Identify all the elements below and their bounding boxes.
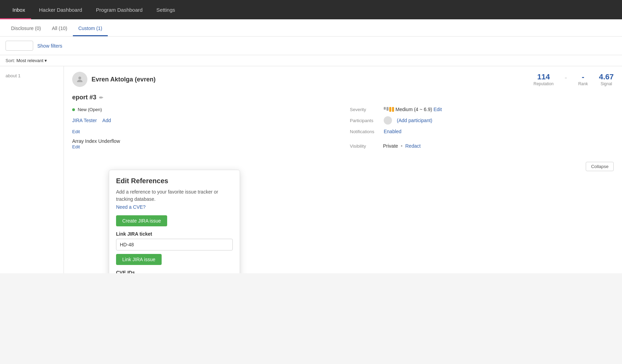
stat-rank: - Rank: [578, 72, 588, 86]
filters-row: Show filters: [0, 37, 622, 55]
status-value: New (Open): [78, 107, 102, 112]
left-sidebar: about 1: [0, 66, 64, 273]
cve-ids-label: CVE IDs: [116, 270, 233, 273]
participants-label: Participants: [350, 118, 381, 123]
add-participant-link[interactable]: (Add participant): [397, 118, 432, 123]
content-area: Evren Aktolga (evren) 114 Reputation - -…: [64, 66, 622, 273]
add-link[interactable]: Add: [102, 118, 111, 123]
user-stats: 114 Reputation - - Rank 4.67 Signal: [534, 72, 614, 86]
severity-edit-link[interactable]: Edit: [433, 107, 442, 112]
create-jira-issue-button[interactable]: Create JIRA issue: [116, 215, 167, 226]
avatar: [72, 72, 87, 87]
severity-detail: Severity Medium (4 ~ 6.9) Edit: [350, 107, 614, 112]
participant-avatar: [384, 116, 392, 125]
report-header: eport #3 ✏: [72, 94, 614, 101]
report-edit-pencil-icon[interactable]: ✏: [99, 95, 103, 100]
stat-reputation: 114 Reputation: [534, 72, 554, 86]
user-name: Evren Aktolga (evren): [92, 76, 155, 83]
popup-description: Add a reference to your favorite issue t…: [116, 188, 233, 203]
link-jira-input[interactable]: [116, 239, 233, 250]
nav-hacker-dashboard[interactable]: Hacker Dashboard: [32, 0, 89, 19]
notifications-label: Notifications: [350, 129, 381, 134]
sidebar-about-text: about 1: [0, 70, 64, 81]
visibility-label: Visibility: [350, 144, 381, 149]
weakness-edit-link[interactable]: Edit: [72, 144, 80, 149]
stat-divider-1: -: [565, 72, 567, 82]
severity-icon: [384, 107, 394, 112]
status-dot-icon: [72, 108, 75, 111]
sort-row: Sort: Most relevant ▾: [0, 55, 622, 66]
assignee-value[interactable]: JIRA Tester: [72, 118, 97, 123]
main-layout: about 1 Evren Aktolga (evren) 114 Reputa…: [0, 66, 622, 273]
tab-custom[interactable]: Custom (1): [73, 26, 108, 36]
stat-signal: 4.67 Signal: [599, 72, 614, 86]
sort-label: Sort:: [6, 58, 15, 63]
severity-badge: Medium (4 ~ 6.9) Edit: [384, 107, 442, 112]
sort-select[interactable]: Most relevant ▾: [16, 58, 47, 63]
popup-overlay: Edit References Add a reference to your …: [109, 170, 240, 273]
status-detail: New (Open): [72, 107, 336, 112]
link-jira-issue-button[interactable]: Link JIRA issue: [116, 254, 162, 265]
severity-label: Severity: [350, 107, 381, 112]
severity-value: Medium (4 ~ 6.9): [395, 107, 432, 112]
sub-tabs: Disclosure (0) All (10) Custom (1): [0, 19, 622, 37]
tab-disclosure[interactable]: Disclosure (0): [6, 26, 46, 36]
visibility-detail: Visibility Private • Redact: [350, 138, 614, 154]
svg-point-0: [78, 77, 81, 79]
bullet-divider: •: [401, 143, 403, 149]
edit-row: Edit: [72, 129, 336, 134]
weakness-detail: Array Index Underflow Edit: [72, 138, 336, 149]
nav-program-dashboard[interactable]: Program Dashboard: [89, 0, 150, 19]
need-cve-link[interactable]: Need a CVE?: [116, 204, 233, 210]
nav-inbox[interactable]: Inbox: [6, 0, 32, 19]
nav-settings[interactable]: Settings: [150, 0, 182, 19]
participants-detail: Participants (Add participant): [350, 116, 614, 125]
details-grid: New (Open) Severity Medium (4 ~ 6.9) Edi…: [72, 107, 614, 154]
tab-all[interactable]: All (10): [46, 26, 73, 36]
popup-title: Edit References: [116, 177, 233, 185]
weakness-value: Array Index Underflow: [72, 138, 336, 144]
collapse-button[interactable]: Collapse: [586, 162, 614, 171]
link-jira-section-label: Link JIRA ticket: [116, 231, 233, 237]
edit-references-popup: Edit References Add a reference to your …: [109, 170, 240, 273]
top-nav: Inbox Hacker Dashboard Program Dashboard…: [0, 0, 622, 19]
redact-link[interactable]: Redact: [405, 143, 420, 149]
visibility-value: Private: [383, 143, 398, 149]
notifications-value[interactable]: Enabled: [384, 129, 401, 134]
show-filters-button[interactable]: Show filters: [37, 43, 62, 49]
assignee-detail: JIRA Tester Add: [72, 116, 336, 125]
notifications-detail: Notifications Enabled: [350, 129, 614, 134]
search-input[interactable]: [6, 41, 33, 51]
edit-link[interactable]: Edit: [72, 129, 80, 134]
report-title: eport #3: [72, 94, 96, 101]
user-header: Evren Aktolga (evren) 114 Reputation - -…: [72, 72, 614, 87]
